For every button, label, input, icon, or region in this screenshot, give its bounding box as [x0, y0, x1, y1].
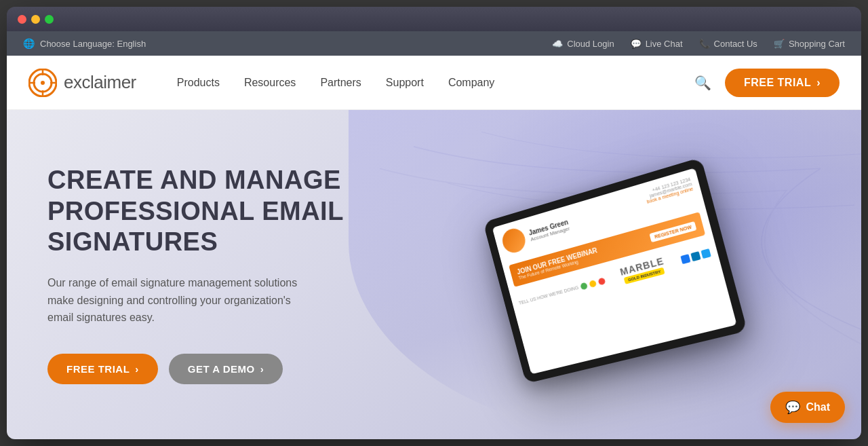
cart-icon: 🛒 [774, 39, 785, 49]
browser-window: 🌐 Choose Language: English ☁️ Cloud Logi… [7, 7, 861, 439]
cloud-login-link[interactable]: ☁️ Cloud Login [552, 39, 614, 49]
utility-right: ☁️ Cloud Login 💬 Live Chat 📞 Contact Us … [552, 39, 845, 49]
chat-icon: 💬 [631, 39, 642, 49]
chevron-right-icon: › [816, 77, 821, 89]
nav-support[interactable]: Support [386, 77, 424, 89]
hero-get-demo-button[interactable]: GET A DEMO › [169, 354, 283, 384]
hero-visual: James Green Account Manager +44 123 123 … [400, 188, 821, 361]
email-signature-preview: James Green Account Manager +44 123 123 … [500, 176, 728, 367]
cloud-icon: ☁️ [552, 39, 563, 49]
nav-right: 🔍 FREE TRIAL › [692, 69, 840, 97]
tablet-container: James Green Account Manager +44 123 123 … [483, 157, 747, 384]
browser-dots [18, 15, 54, 24]
main-nav: exclaimer Products Resources Partners Su… [7, 56, 861, 110]
facebook-icon [680, 254, 690, 264]
nav-products[interactable]: Products [177, 77, 220, 89]
contact-us-link[interactable]: 📞 Contact Us [699, 39, 757, 49]
sig-register-btn: REGISTER NOW [649, 221, 696, 242]
hero-section: CREATE AND MANAGE PROFESSIONAL EMAIL SIG… [7, 110, 861, 439]
browser-chrome [7, 7, 861, 31]
logo-area: exclaimer [28, 69, 136, 97]
nav-resources[interactable]: Resources [244, 77, 296, 89]
hero-buttons: FREE TRIAL › GET A DEMO › [47, 354, 400, 384]
phone-icon: 📞 [699, 39, 710, 49]
globe-icon: 🌐 [23, 38, 35, 49]
utility-bar: 🌐 Choose Language: English ☁️ Cloud Logi… [7, 31, 861, 56]
chevron-right-icon: › [135, 363, 139, 375]
minimize-dot[interactable] [31, 15, 40, 24]
hero-title: CREATE AND MANAGE PROFESSIONAL EMAIL SIG… [47, 165, 400, 258]
chat-button[interactable]: 💬 Chat [770, 392, 845, 423]
utility-left: 🌐 Choose Language: English [23, 38, 146, 49]
sig-header: James Green Account Manager [500, 213, 572, 255]
nav-free-trial-button[interactable]: FREE TRIAL › [725, 69, 840, 97]
hero-free-trial-button[interactable]: FREE TRIAL › [47, 354, 158, 384]
shopping-cart-link[interactable]: 🛒 Shopping Cart [774, 39, 845, 49]
chevron-right-icon: › [260, 363, 264, 375]
maximize-dot[interactable] [45, 15, 54, 24]
logo-icon [28, 69, 57, 97]
tablet-content: James Green Account Manager +44 123 123 … [492, 168, 737, 374]
close-dot[interactable] [18, 15, 26, 24]
tablet-screen: James Green Account Manager +44 123 123 … [492, 168, 737, 374]
sig-social-icons [680, 248, 711, 264]
linkedin-icon [690, 251, 701, 261]
hero-subtitle: Our range of email signature management … [47, 274, 319, 327]
sig-contact: +44 123 123 1234 james@marble.com book a… [644, 176, 694, 204]
nav-company[interactable]: Company [448, 77, 494, 89]
chat-label: Chat [806, 401, 830, 413]
svg-point-2 [41, 81, 45, 85]
hero-content: CREATE AND MANAGE PROFESSIONAL EMAIL SIG… [47, 165, 400, 384]
search-button[interactable]: 🔍 [692, 72, 714, 94]
logo-text: exclaimer [64, 72, 136, 93]
tablet-frame: James Green Account Manager +44 123 123 … [483, 157, 747, 384]
browser-content: 🌐 Choose Language: English ☁️ Cloud Logi… [7, 31, 861, 439]
chat-bubble-icon: 💬 [785, 400, 800, 415]
twitter-icon [701, 248, 711, 259]
sig-avatar [500, 226, 528, 255]
live-chat-link[interactable]: 💬 Live Chat [631, 39, 683, 49]
nav-links: Products Resources Partners Support Comp… [177, 77, 665, 89]
language-label[interactable]: Choose Language: English [40, 39, 146, 49]
nav-partners[interactable]: Partners [320, 77, 361, 89]
